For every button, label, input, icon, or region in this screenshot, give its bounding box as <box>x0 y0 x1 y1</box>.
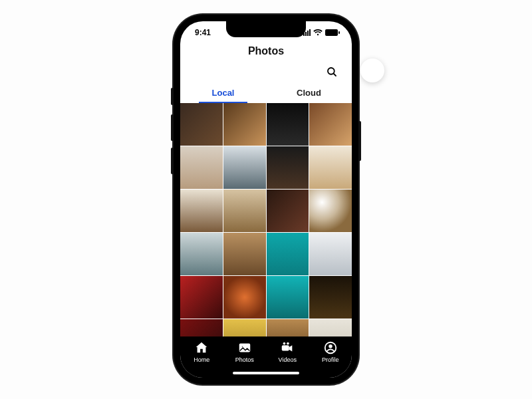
nav-videos[interactable]: Videos <box>266 340 309 363</box>
photo-thumbnail[interactable] <box>267 276 309 319</box>
photo-thumbnail[interactable] <box>309 233 352 275</box>
photo-thumbnail[interactable] <box>267 146 309 189</box>
photo-thumbnail[interactable] <box>267 190 309 232</box>
tab-label: Local <box>212 88 235 98</box>
photo-thumbnail[interactable] <box>180 146 223 189</box>
photo-thumbnail[interactable] <box>309 190 352 232</box>
battery-icon <box>325 29 340 36</box>
nav-photos[interactable]: Photos <box>223 340 267 363</box>
profile-icon <box>323 340 338 355</box>
search-button[interactable] <box>324 64 340 80</box>
page-title: Photos <box>180 45 352 57</box>
svg-rect-0 <box>325 29 338 36</box>
home-icon <box>194 340 209 355</box>
volume-up-button <box>171 114 174 141</box>
photo-thumbnail[interactable] <box>223 276 266 319</box>
home-indicator[interactable] <box>233 372 299 374</box>
photo-thumbnail[interactable] <box>180 276 223 319</box>
screen: 9:41 Photos Local Cloud <box>180 21 352 378</box>
notch <box>226 21 306 37</box>
tabs: Local Cloud <box>180 84 352 103</box>
photo-thumbnail[interactable] <box>309 103 352 146</box>
photo-thumbnail[interactable] <box>309 276 352 319</box>
photo-thumbnail[interactable] <box>180 233 223 275</box>
side-button <box>171 88 174 105</box>
photo-thumbnail[interactable] <box>267 103 309 146</box>
phone-frame: 9:41 Photos Local Cloud <box>174 15 358 384</box>
photo-thumbnail[interactable] <box>223 103 266 146</box>
photo-thumbnail[interactable] <box>267 319 309 336</box>
photo-thumbnail[interactable] <box>267 233 309 275</box>
search-icon <box>326 66 338 78</box>
volume-down-button <box>171 148 174 174</box>
nav-label: Photos <box>235 356 254 363</box>
svg-point-10 <box>329 344 332 348</box>
videos-icon <box>280 340 295 355</box>
photo-thumbnail[interactable] <box>223 319 266 336</box>
wifi-icon <box>313 29 323 36</box>
header: Photos <box>180 44 352 61</box>
tab-local[interactable]: Local <box>180 84 266 103</box>
photo-thumbnail[interactable] <box>309 146 352 189</box>
svg-rect-4 <box>239 344 251 352</box>
photo-grid[interactable] <box>180 103 352 336</box>
status-right <box>303 29 340 36</box>
tab-label: Cloud <box>297 88 321 98</box>
photo-thumbnail[interactable] <box>309 319 352 336</box>
nav-label: Videos <box>279 356 297 363</box>
floating-cursor <box>360 59 384 82</box>
svg-rect-6 <box>282 345 289 350</box>
tab-cloud[interactable]: Cloud <box>266 84 352 103</box>
photo-thumbnail[interactable] <box>223 190 266 232</box>
nav-label: Profile <box>322 356 339 363</box>
power-button <box>358 121 361 161</box>
photo-thumbnail[interactable] <box>223 146 266 189</box>
photo-thumbnail[interactable] <box>180 190 223 232</box>
svg-rect-1 <box>338 31 340 34</box>
photos-icon <box>237 340 252 355</box>
svg-point-7 <box>283 342 286 345</box>
status-time: 9:41 <box>195 28 211 37</box>
svg-line-3 <box>333 73 336 76</box>
photo-thumbnail[interactable] <box>180 103 223 146</box>
svg-point-8 <box>287 342 289 345</box>
photo-thumbnail[interactable] <box>180 319 223 336</box>
nav-home[interactable]: Home <box>180 340 223 363</box>
toolbar <box>180 61 352 84</box>
nav-profile[interactable]: Profile <box>309 340 352 363</box>
nav-label: Home <box>194 356 209 363</box>
photo-thumbnail[interactable] <box>223 233 266 275</box>
